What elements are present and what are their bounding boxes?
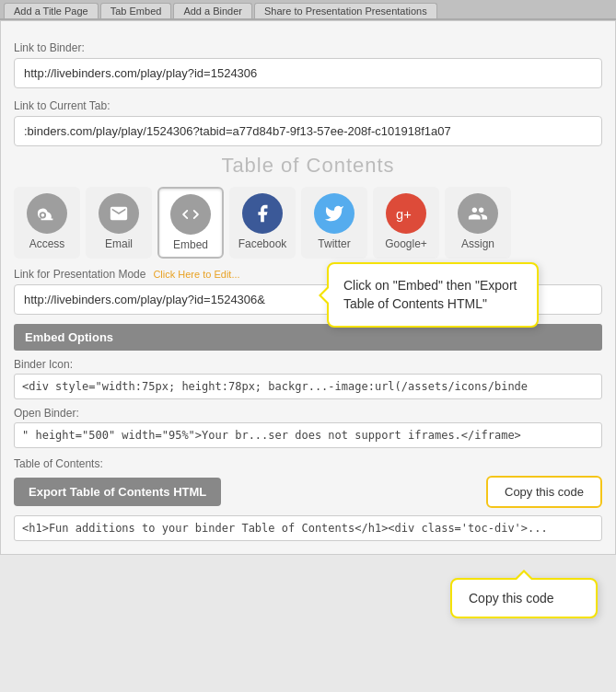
- icon-access[interactable]: Access: [14, 187, 80, 259]
- embed-callout-bubble: Click on "Embed" then "Export Table of C…: [327, 262, 539, 328]
- googleplus-label: Google+: [385, 237, 427, 250]
- copy-code-button[interactable]: Copy this code: [486, 476, 602, 508]
- svg-text:g+: g+: [396, 207, 412, 222]
- link-to-binder-input[interactable]: [14, 58, 602, 88]
- callout-text: Click on "Embed" then "Export Table of C…: [343, 278, 517, 311]
- access-label: Access: [29, 237, 65, 250]
- top-tab-bar: Add a Title Page Tab Embed Add a Binder …: [0, 0, 616, 20]
- toc-html-input[interactable]: [14, 515, 602, 541]
- copy-callout-bubble: Copy this code: [450, 578, 598, 618]
- embed-label: Embed: [173, 238, 208, 251]
- toc-section-label: Table of Contents:: [14, 457, 602, 470]
- embed-icon: [170, 194, 211, 235]
- binder-icon-input[interactable]: [14, 374, 602, 399]
- twitter-label: Twitter: [318, 237, 350, 250]
- email-icon: [99, 193, 139, 234]
- facebook-icon: [242, 193, 283, 234]
- embed-options-bar: Embed Options: [14, 324, 602, 351]
- toc-watermark-title: Table of Contents: [14, 154, 602, 178]
- open-binder-input[interactable]: [14, 422, 602, 448]
- export-toc-button[interactable]: Export Table of Contents HTML: [14, 478, 221, 506]
- icon-email[interactable]: Email: [86, 187, 152, 259]
- access-icon: [27, 193, 67, 234]
- icon-assign[interactable]: Assign: [445, 187, 511, 259]
- edit-link[interactable]: Click Here to Edit...: [153, 269, 239, 280]
- assign-label: Assign: [461, 237, 494, 250]
- open-binder-label: Open Binder:: [14, 407, 602, 420]
- link-to-current-tab-label: Link to Current Tab:: [14, 99, 602, 112]
- icon-facebook[interactable]: Facebook: [229, 187, 296, 259]
- binder-icon-label: Binder Icon:: [14, 358, 602, 371]
- tab-title-page[interactable]: Add a Title Page: [4, 3, 99, 18]
- icon-embed[interactable]: Embed: [157, 187, 224, 259]
- facebook-label: Facebook: [238, 237, 287, 250]
- assign-icon: [458, 193, 498, 234]
- icon-googleplus[interactable]: g+ Google+: [373, 187, 439, 259]
- tab-presentation[interactable]: Share to Presentation Presentations: [254, 3, 437, 18]
- tab-add-binder[interactable]: Add a Binder: [173, 3, 252, 18]
- toc-bottom-row: Export Table of Contents HTML Copy this …: [14, 476, 602, 508]
- email-label: Email: [105, 237, 133, 250]
- tab-embed[interactable]: Tab Embed: [100, 3, 172, 18]
- twitter-icon: [314, 193, 354, 234]
- link-to-current-tab-input[interactable]: [14, 116, 602, 146]
- icon-twitter[interactable]: Twitter: [301, 187, 367, 259]
- link-to-binder-label: Link to Binder:: [14, 41, 602, 54]
- googleplus-icon: g+: [386, 193, 426, 234]
- share-icon-row: Access Email Embed Facebook Twitter: [14, 187, 602, 259]
- copy-callout-text: Copy this code: [469, 591, 554, 606]
